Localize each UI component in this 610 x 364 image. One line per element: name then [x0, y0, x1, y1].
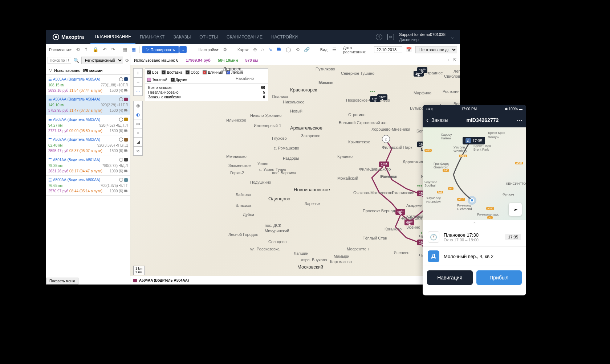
mobile-place-label: Ричмонд — [457, 204, 471, 207]
vehicle-sort-select[interactable]: Регистрационный — [81, 57, 123, 64]
legend-item[interactable]: ✓Длинный — [203, 70, 223, 74]
map-place-label: Власиха — [236, 203, 251, 208]
view-icon[interactable]: ☰ — [332, 47, 337, 52]
map-time-marker[interactable]: 14⁵⁴ — [379, 161, 389, 167]
nav-настройки[interactable]: НАСТРОЙКИ — [267, 30, 302, 44]
vehicle-row[interactable]: ☰ A500AA (Водитель А500АА) 76.65 км 700(… — [46, 176, 130, 196]
map-tool-icon[interactable]: ◯ — [285, 47, 292, 52]
nav-сканирование[interactable]: СКАНИРОВАНИЕ — [222, 30, 267, 44]
user-menu[interactable]: Support for demo0701038 Диспетчер — [399, 32, 446, 42]
map-lasso-icon[interactable]: ◐ — [133, 110, 143, 119]
date-input[interactable] — [374, 46, 402, 53]
map-tool-icon[interactable]: ⌂ — [261, 47, 265, 52]
map-ruler-icon[interactable]: ◢ — [133, 137, 143, 147]
legend-item[interactable]: ✓Все — [147, 70, 158, 74]
back-label[interactable]: Заказы — [431, 117, 448, 123]
tool-icon[interactable]: 🔒 — [92, 47, 99, 52]
zoom-out-button[interactable]: − — [133, 77, 143, 87]
nav-план-факт[interactable]: ПЛАН-ФАКТ — [135, 30, 169, 44]
map-area-icon[interactable]: ▭ — [133, 119, 143, 128]
tool-icon[interactable]: ↥ — [84, 47, 89, 52]
color-swatch — [124, 178, 128, 182]
vehicle-cost: 2727.13 руб — [48, 129, 68, 133]
map-target-icon[interactable]: ◎ — [133, 101, 143, 110]
nav-планирование[interactable]: ПЛАНИРОВАНИЕ — [90, 30, 135, 44]
depot-marker[interactable]: ⌂ — [382, 135, 390, 143]
view-label: Вид: — [320, 48, 329, 52]
vehicle-load: 770(1.88) •10Т,Л — [101, 82, 128, 88]
stats-cost: 17969.94 руб — [186, 58, 210, 62]
map-tool-icon[interactable]: 🔗 — [303, 47, 310, 52]
region-select[interactable]: Центральное деп — [415, 46, 457, 53]
map-time-marker[interactable]: 18⁰³ — [395, 209, 405, 215]
back-icon[interactable]: ‹ — [426, 116, 428, 124]
app-header: Maxoptra ПЛАНИРОВАНИЕПЛАН-ФАКТЗАКАЗЫОТЧЕ… — [46, 30, 460, 44]
legend-item[interactable]: ✓Доставка — [162, 70, 182, 74]
nav-отчеты[interactable]: ОТЧЕТЫ — [195, 30, 222, 44]
sheet-handle[interactable]: ⌃ — [423, 220, 526, 228]
map-place-label: Раздоры — [283, 156, 299, 160]
tool-icon[interactable]: ↷ — [110, 47, 116, 52]
vehicle-row[interactable]: ☰ A503AA (Водитель А503АА) 94.27 км 920(… — [46, 115, 130, 135]
show-menu-button[interactable]: Показать меню — [46, 278, 78, 285]
map-place-label: Усово — [257, 161, 268, 166]
desktop-app: Maxoptra ПЛАНИРОВАНИЕПЛАН-ФАКТЗАКАЗЫОТЧЕ… — [46, 30, 460, 285]
settings-icon[interactable]: ⚙ — [222, 47, 228, 52]
vehicle-sidebar: 🔍 Регистрационный ⟳ ▽ Использовано 6/6 м… — [46, 55, 130, 285]
vehicle-row[interactable]: ☰ A502AA (Водитель А502АА) 62.48 км 920(… — [46, 135, 130, 156]
legend-item[interactable]: ✓Сбор — [186, 70, 199, 74]
map-tool-icon[interactable]: ⛟ — [276, 47, 282, 52]
mobile-place-label: Хаунслоу — [426, 196, 441, 200]
tool-icon[interactable]: ▦ — [131, 47, 137, 52]
legend-item[interactable]: ✓Другие — [171, 78, 187, 82]
user-chevron-icon[interactable]: ⌄ — [451, 34, 454, 40]
map-canvas[interactable]: ⌂ + − ⋯ ◎ ◐ ▭ ≡ ◢ ≋ ✓Все✓Доставка✓Сбор✓Д… — [130, 65, 460, 285]
map-more-button[interactable]: ⋯ — [133, 86, 143, 96]
vehicle-row[interactable]: ☰ A501AA (Водитель А501АА) 79.35 км 780(… — [46, 155, 130, 176]
tool-icon[interactable]: ▦ — [122, 47, 128, 52]
mobile-place-label: Hounslow — [426, 200, 441, 204]
mobile-place-label: Харроу — [441, 133, 452, 136]
refresh-icon[interactable]: ⟳ — [125, 58, 130, 63]
nav-заказы[interactable]: ЗАКАЗЫ — [169, 30, 195, 44]
map-tool-icon[interactable]: ≡ — [133, 128, 143, 138]
arrived-button[interactable]: Прибыл — [476, 270, 522, 285]
search-icon[interactable]: 🔍 — [73, 58, 80, 63]
mobile-map[interactable]: Д 17:35 ➣ ХарроуHarrowБрент КросХендонУэ… — [423, 127, 526, 220]
navigate-button[interactable]: Навигация — [427, 270, 473, 285]
map-tool-icon[interactable]: ⊕ — [252, 47, 258, 52]
map-time-marker[interactable]: 09⁰² — [404, 220, 414, 225]
stats-vehicles: Использовано машин: 6 — [134, 58, 178, 62]
legend-item[interactable]: ✓Тяжелый — [147, 78, 167, 82]
map-tool-icon[interactable]: ∿ — [268, 47, 273, 52]
zoom-in-button[interactable]: + — [133, 68, 143, 78]
vehicle-load: 920(2.29) •11Т,Л — [101, 102, 128, 108]
map-time-marker[interactable]: 16⁰⁰ — [417, 67, 427, 73]
tool-icon[interactable]: ↶ — [102, 47, 107, 52]
vehicle-filter[interactable]: ▽ Использовано 6/6 машин — [46, 66, 130, 75]
map-place-label: Свиблово — [444, 74, 460, 78]
map-layers-icon[interactable]: ≋ — [133, 146, 143, 156]
color-swatch — [124, 138, 128, 142]
mail-icon[interactable]: ✉ — [387, 34, 394, 40]
map-time-marker[interactable]: 16⁰⁰ — [377, 94, 387, 100]
add-icon[interactable]: + — [447, 58, 450, 62]
help-icon[interactable]: ? — [376, 34, 382, 40]
tool-icon[interactable]: ⟲ — [75, 47, 81, 52]
vehicle-km: 149.10 км — [48, 102, 65, 108]
vehicle-row[interactable]: ☰ A504AA (Водитель А504АА) 149.10 км 920… — [46, 95, 130, 115]
road-badge: A316 — [457, 198, 465, 201]
vehicle-search-input[interactable] — [48, 57, 71, 64]
map-place-label: Филёвский Парк — [382, 145, 412, 150]
road-badge: A406 — [459, 155, 467, 157]
plan-dropdown[interactable]: ⌄ — [179, 46, 187, 53]
address-card[interactable]: Д Молочный пер., 4, кв 2 — [423, 247, 526, 266]
plan-button[interactable]: ▷ Планировать — [142, 46, 178, 53]
map-tool-icon[interactable]: ⟲ — [295, 47, 300, 52]
more-icon[interactable]: ⋯ — [517, 117, 522, 124]
locate-button[interactable]: ➣ — [509, 203, 522, 216]
map-place-label: Очаково-Матвеевское — [353, 191, 395, 195]
export-icon[interactable]: ⇱ — [453, 58, 456, 62]
vehicle-row[interactable]: ☰ A505AA (Водитель А505АА) 108.15 км 770… — [46, 75, 130, 95]
calendar-icon[interactable]: 📅 — [405, 47, 412, 52]
